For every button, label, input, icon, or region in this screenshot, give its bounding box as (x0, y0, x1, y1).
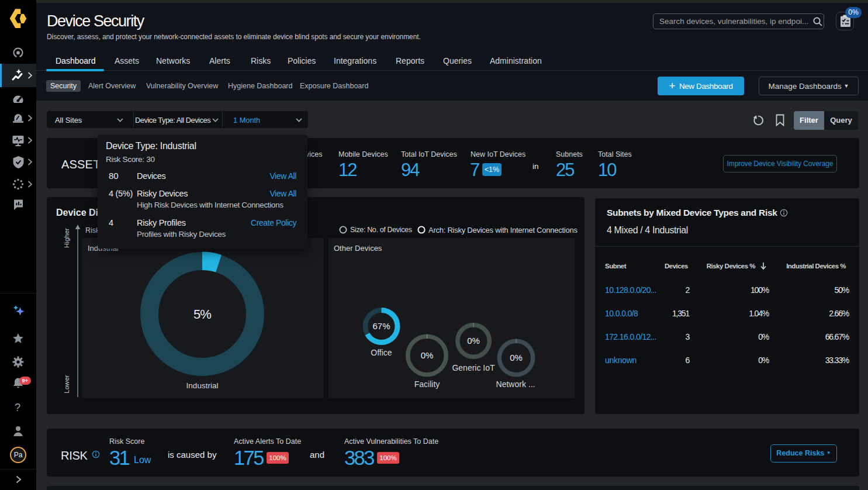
svg-text:0%: 0% (421, 350, 434, 360)
svg-text:5%: 5% (193, 307, 211, 322)
svg-text:0%: 0% (510, 353, 523, 363)
svg-text:Network ...: Network ... (496, 379, 535, 389)
svg-text:Generic IoT: Generic IoT (452, 363, 495, 372)
svg-text:Facility: Facility (414, 379, 440, 389)
svg-text:0%: 0% (467, 336, 480, 346)
svg-text:Office: Office (371, 348, 392, 357)
svg-text:67%: 67% (372, 321, 390, 331)
